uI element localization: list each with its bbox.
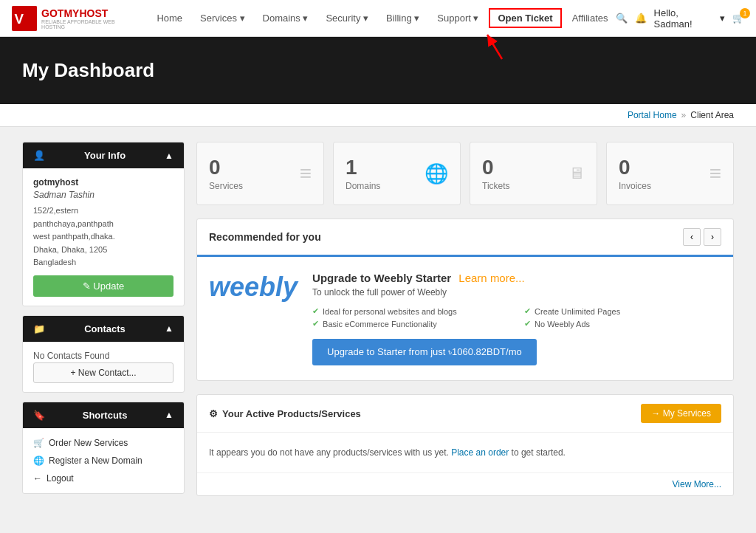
recommended-features: ✔ Ideal for personal websites and blogs … xyxy=(312,306,721,329)
active-products-section: ⚙ Your Active Products/Services → My Ser… xyxy=(196,394,734,496)
chevron-up-icon: ▲ xyxy=(165,151,173,161)
sidebar-contacts-label: Contacts xyxy=(84,323,126,334)
nav-support[interactable]: Support ▾ xyxy=(430,8,486,28)
stat-services-label: Services xyxy=(209,181,243,191)
address-line1: 152/2,estern xyxy=(33,204,173,218)
nav-affiliates[interactable]: Affiliates xyxy=(565,8,616,28)
check-icon-1: ✔ xyxy=(312,306,319,316)
nav-home[interactable]: Home xyxy=(149,8,190,28)
username: gotmyhost xyxy=(33,177,173,188)
chevron-down-icon[interactable]: ▾ xyxy=(720,13,725,24)
active-products-footer: View More... xyxy=(197,472,733,495)
address-line5: Bangladesh xyxy=(33,256,173,269)
feature-4: ✔ No Weebly Ads xyxy=(524,319,721,329)
weebly-logo: weebly xyxy=(209,272,298,303)
logout-icon: ← xyxy=(33,473,42,484)
recommended-prev-button[interactable]: ‹ xyxy=(683,228,701,246)
nav-links: Home Services ▾ Domains ▾ Security ▾ Bil… xyxy=(149,8,615,28)
domains-icon: 🌐 xyxy=(425,162,448,185)
stat-invoices-number: 0 xyxy=(619,156,651,179)
sidebar-shortcuts-header[interactable]: 🔖 Shortcuts ▲ xyxy=(23,402,184,428)
my-services-button[interactable]: → My Services xyxy=(641,404,721,423)
place-order-link[interactable]: Place an order xyxy=(451,447,509,458)
stat-tickets-number: 0 xyxy=(482,156,510,179)
svg-text:V: V xyxy=(14,10,24,26)
sidebar-contacts: 📁 Contacts ▲ No Contacts Found + New Con… xyxy=(22,315,185,393)
contacts-chevron-up-icon: ▲ xyxy=(165,323,173,334)
nav-billing[interactable]: Billing ▾ xyxy=(379,8,427,28)
view-more-link[interactable]: View More... xyxy=(673,479,721,489)
stat-services-number: 0 xyxy=(209,156,243,179)
active-products-header: ⚙ Your Active Products/Services → My Ser… xyxy=(197,395,733,433)
user-address: 152/2,estern panthchaya,panthpath west p… xyxy=(33,204,173,269)
sidebar-your-info-label: Your Info xyxy=(84,150,126,161)
user-icon: 👤 xyxy=(33,150,45,161)
logo[interactable]: V GOTMYHOST RELIABLE AFFORDABLE WEB HOST… xyxy=(12,5,134,32)
nav-right: 🔍 🔔 Hello, Sadman! ▾ 🛒 1 xyxy=(616,7,744,30)
breadcrumb: Portal Home » Client Area xyxy=(0,104,756,127)
cart-badge: 1 xyxy=(740,8,750,18)
empty-message-after: to get started. xyxy=(512,447,566,458)
recommended-next-button[interactable]: › xyxy=(704,228,721,246)
user-fullname: Sadman Tashin xyxy=(33,190,173,200)
shortcuts-chevron-up-icon: ▲ xyxy=(165,410,173,420)
update-button[interactable]: ✎ Update xyxy=(33,275,173,297)
active-products-body: It appears you do not have any products/… xyxy=(197,433,733,472)
check-icon-4: ✔ xyxy=(524,319,531,329)
search-icon[interactable]: 🔍 xyxy=(616,13,628,24)
shortcuts-icon: 🔖 xyxy=(33,410,45,421)
feature-2: ✔ Create Unlimited Pages xyxy=(524,306,721,316)
recommended-subtitle: To unlock the full power of Weebly xyxy=(312,287,721,298)
check-icon-3: ✔ xyxy=(312,319,319,329)
shortcut-register-domain-label: Register a New Domain xyxy=(49,455,142,466)
recommended-header: Recommended for you ‹ › xyxy=(197,219,733,257)
contacts-icon: 📁 xyxy=(33,323,45,334)
upgrade-button[interactable]: Upgrade to Starter from just ৳1060.82BDT… xyxy=(312,339,537,365)
settings-icon: ⚙ xyxy=(209,408,218,419)
sidebar-contacts-header[interactable]: 📁 Contacts ▲ xyxy=(23,316,184,342)
new-contact-button[interactable]: + New Contact... xyxy=(33,362,173,383)
check-icon-2: ✔ xyxy=(524,306,531,316)
bell-icon[interactable]: 🔔 xyxy=(635,13,647,24)
shortcut-logout[interactable]: ← Logout xyxy=(23,470,184,487)
open-ticket-button[interactable]: Open Ticket xyxy=(489,8,561,28)
nav-domains[interactable]: Domains ▾ xyxy=(255,8,316,28)
breadcrumb-client-area: Client Area xyxy=(690,110,734,120)
sidebar-shortcuts: 🔖 Shortcuts ▲ 🛒 Order New Services 🌐 Reg… xyxy=(22,402,185,494)
shortcut-order-services-label: Order New Services xyxy=(49,438,128,448)
brand-tagline: RELIABLE AFFORDABLE WEB HOSTING xyxy=(41,19,134,30)
active-products-title: ⚙ Your Active Products/Services xyxy=(209,408,361,419)
stat-invoices-label: Invoices xyxy=(619,181,651,191)
hero-banner: My Dashboard xyxy=(0,37,756,104)
no-contacts-text: No Contacts Found xyxy=(33,351,173,361)
main-content: 👤 Your Info ▲ gotmyhost Sadman Tashin 15… xyxy=(0,127,756,517)
stats-row: 0 Services ≡ 1 Domains 🌐 0 Tickets 🖥 xyxy=(196,142,734,205)
stat-domains-label: Domains xyxy=(346,181,380,191)
address-line3: west panthpath,dhaka. xyxy=(33,230,173,244)
sidebar-your-info-header[interactable]: 👤 Your Info ▲ xyxy=(23,142,184,168)
sidebar-contacts-body: No Contacts Found + New Contact... xyxy=(23,342,184,392)
stat-tickets: 0 Tickets 🖥 xyxy=(470,142,597,205)
breadcrumb-portal-home[interactable]: Portal Home xyxy=(628,110,677,120)
shortcut-register-domain[interactable]: 🌐 Register a New Domain xyxy=(23,452,184,470)
learn-more-link[interactable]: Learn more... xyxy=(458,272,524,284)
services-icon: ≡ xyxy=(300,162,312,185)
sidebar-your-info-body: gotmyhost Sadman Tashin 152/2,estern pan… xyxy=(23,168,184,306)
nav-security[interactable]: Security ▾ xyxy=(318,8,376,28)
recommended-product-title: Upgrade to Weebly Starter Learn more... xyxy=(312,272,721,284)
sidebar: 👤 Your Info ▲ gotmyhost Sadman Tashin 15… xyxy=(22,142,185,503)
stat-services: 0 Services ≡ xyxy=(196,142,324,205)
domain-icon: 🌐 xyxy=(33,455,44,466)
stat-tickets-label: Tickets xyxy=(482,181,510,191)
cart-icon[interactable]: 🛒 1 xyxy=(732,13,744,24)
content-area: 0 Services ≡ 1 Domains 🌐 0 Tickets 🖥 xyxy=(196,142,734,503)
shortcut-order-services[interactable]: 🛒 Order New Services xyxy=(23,434,184,452)
stat-domains: 1 Domains 🌐 xyxy=(333,142,461,205)
tickets-icon: 🖥 xyxy=(568,164,585,183)
user-greeting[interactable]: Hello, Sadman! xyxy=(654,7,712,30)
nav-services[interactable]: Services ▾ xyxy=(193,8,252,28)
invoices-icon: ≡ xyxy=(709,162,721,185)
recommended-nav: ‹ › xyxy=(683,228,721,246)
brand-name: GOTMYHOST xyxy=(41,7,134,19)
stat-domains-number: 1 xyxy=(346,156,380,179)
